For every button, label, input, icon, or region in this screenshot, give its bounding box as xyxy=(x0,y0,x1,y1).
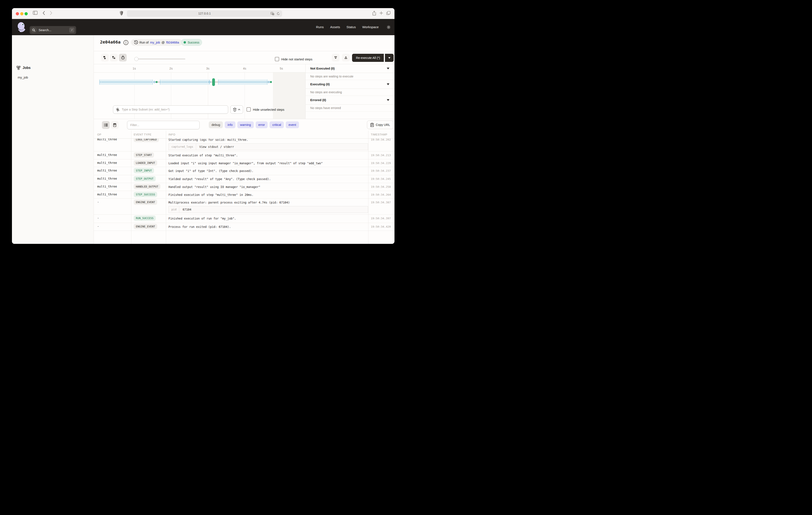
close-window-button[interactable] xyxy=(16,12,19,16)
hide-unselected-row: Hide unselected steps xyxy=(246,107,285,112)
nav-item-workspace[interactable]: Workspace xyxy=(362,25,379,29)
level-filter-event[interactable]: event xyxy=(286,121,299,128)
level-filter-info[interactable]: info xyxy=(225,121,235,128)
run-of-pill: Run of my_job @ f92d468a xyxy=(131,39,182,46)
level-filter-debug[interactable]: debug xyxy=(209,121,223,128)
privacy-shield-icon[interactable] xyxy=(120,11,123,16)
level-filter-error[interactable]: error xyxy=(256,121,268,128)
event-type-pill: STEP_START xyxy=(134,152,154,158)
log-event-type: LOGS_CAPTURED xyxy=(131,139,166,151)
step-status-panel: Not Executed (0)No steps are waiting to … xyxy=(306,64,395,119)
minimize-window-button[interactable] xyxy=(20,12,24,16)
log-row[interactable]: -ENGINE_EVENTMultiprocess executor: pare… xyxy=(94,199,395,215)
svg-text:文: 文 xyxy=(273,13,274,15)
collapse-all-button[interactable] xyxy=(332,54,340,61)
info-icon[interactable] xyxy=(123,40,128,45)
reload-icon[interactable] xyxy=(277,12,280,16)
log-info: Multiprocess executor: parent process ex… xyxy=(166,199,368,214)
job-link[interactable]: my_job xyxy=(150,41,160,44)
nav-item-status[interactable]: Status xyxy=(347,25,356,29)
log-op: multi_three xyxy=(94,152,131,159)
reexecute-all-button[interactable]: Re-execute All (*) xyxy=(352,54,384,62)
col-event-type: EVENT TYPE xyxy=(131,133,166,136)
log-filter-placeholder: Filter... xyxy=(130,123,139,127)
level-filter-critical[interactable]: critical xyxy=(269,121,284,128)
panel-section-header[interactable]: Executing (0) xyxy=(306,80,395,89)
browser-window: 127.0.0.1 A文 xyxy=(12,8,395,244)
log-op: multi_three xyxy=(94,183,131,191)
log-event-type: ENGINE_EVENT xyxy=(131,199,166,214)
expand-all-button[interactable] xyxy=(342,54,350,61)
log-toolbar: Filter... debuginfowarningerrorcriticale… xyxy=(94,119,395,131)
panel-section-title: Errored (0) xyxy=(310,98,326,102)
hide-unselected-checkbox[interactable] xyxy=(246,107,251,112)
view-timing-button[interactable] xyxy=(119,54,127,61)
event-type-pill: STEP_INPUT xyxy=(134,168,154,173)
log-row[interactable]: multi_threeSTEP_SUCCESSFinished executio… xyxy=(94,191,395,199)
global-search-input[interactable]: Search... / xyxy=(30,26,76,34)
snapshot-link[interactable]: f92d468a xyxy=(166,41,179,44)
back-icon[interactable] xyxy=(42,11,45,15)
log-row[interactable]: -RUN_SUCCESSFinished execution of run fo… xyxy=(94,215,395,223)
log-detail-value[interactable]: View stdout / stderr xyxy=(196,143,237,150)
log-structured-view-button[interactable] xyxy=(111,121,119,129)
level-filter-warning[interactable]: warning xyxy=(237,121,254,128)
gantt-step-band[interactable] xyxy=(218,80,267,85)
panel-section-title: Executing (0) xyxy=(310,83,330,86)
nav-item-assets[interactable]: Assets xyxy=(330,25,340,29)
zoom-slider[interactable] xyxy=(134,58,185,59)
log-detail-key: captured_logs xyxy=(169,143,196,150)
log-level-filters: debuginfowarningerrorcriticalevent xyxy=(209,121,299,128)
panel-section-header[interactable]: Not Executed (0) xyxy=(306,64,395,73)
step-subset-input[interactable]: Type a Step Subset (ex: add_two+*) xyxy=(113,105,228,114)
nav-item-runs[interactable]: Runs xyxy=(316,25,324,29)
log-event-type: STEP_OUTPUT xyxy=(131,175,166,183)
gantt-step-band[interactable] xyxy=(99,80,153,85)
gantt-after-run-shade xyxy=(273,73,306,119)
forward-icon[interactable] xyxy=(50,11,53,15)
log-event-type: ENGINE_EVENT xyxy=(131,223,166,231)
search-shortcut-key: / xyxy=(69,28,75,33)
log-row[interactable]: multi_threeSTEP_STARTStarted execution o… xyxy=(94,152,395,159)
gear-icon[interactable] xyxy=(386,25,390,29)
col-info: INFO xyxy=(166,133,368,136)
log-row[interactable]: -ENGINE_EVENTProcess for run exited (pid… xyxy=(94,223,395,231)
gantt-tick-label: 4s xyxy=(243,67,246,70)
log-info-text: Loaded input "i" using input manager "io… xyxy=(169,162,368,165)
gantt-tick-label: 2s xyxy=(170,67,173,70)
gantt-step-band[interactable] xyxy=(160,80,210,85)
log-row[interactable]: multi_threeSTEP_OUTPUTYielded output "re… xyxy=(94,175,395,183)
reexecute-dropdown-button[interactable] xyxy=(385,54,394,62)
sidebar-toggle-icon[interactable] xyxy=(33,11,37,15)
log-list-view-button[interactable] xyxy=(102,121,110,129)
event-type-pill: STEP_SUCCESS xyxy=(134,192,157,197)
log-row[interactable]: multi_threeHANDLED_OUTPUTHandled output … xyxy=(94,183,395,191)
panel-section-header[interactable]: Errored (0) xyxy=(306,96,395,105)
copy-url-button[interactable]: Copy URL xyxy=(367,120,394,129)
log-info-text: Handled output "result" using IO manager… xyxy=(169,185,368,189)
new-tab-icon[interactable] xyxy=(379,11,383,15)
zoom-slider-thumb[interactable] xyxy=(134,57,138,61)
log-row[interactable]: multi_threeSTEP_INPUTGot input "i" of ty… xyxy=(94,167,395,175)
hide-not-started-checkbox[interactable] xyxy=(275,57,279,61)
run-of-label: Run of xyxy=(140,41,149,44)
gantt-exec-bar[interactable] xyxy=(212,78,215,86)
tab-overview-icon[interactable] xyxy=(386,11,390,15)
log-row[interactable]: multi_threeLOADED_INPUTLoaded input "i" … xyxy=(94,159,395,167)
zoom-window-button[interactable] xyxy=(25,12,28,16)
sidebar-item-my-job[interactable]: my_job xyxy=(18,76,28,79)
log-filter-input[interactable]: Filter... xyxy=(127,121,200,129)
log-table-header: OP EVENT TYPE INFO TIMESTAMP xyxy=(94,131,395,139)
log-row[interactable]: multi_threeLOGS_CAPTUREDStarted capturin… xyxy=(94,139,395,152)
graph-query-toggle-button[interactable] xyxy=(230,105,243,114)
log-detail-value[interactable]: 67104 xyxy=(179,206,195,213)
log-info: Handled output "result" using IO manager… xyxy=(166,183,368,191)
share-icon[interactable] xyxy=(372,11,376,16)
view-flat-button[interactable] xyxy=(101,54,109,61)
log-info-text: Yielded output "result" of type "Any". (… xyxy=(169,177,368,181)
translate-icon[interactable]: A文 xyxy=(270,12,274,16)
dagster-logo-icon[interactable] xyxy=(17,22,26,32)
view-waterfall-button[interactable] xyxy=(110,54,118,61)
address-bar[interactable]: 127.0.0.1 A文 xyxy=(127,10,282,17)
panel-section-message: No steps are waiting to execute xyxy=(306,73,395,80)
